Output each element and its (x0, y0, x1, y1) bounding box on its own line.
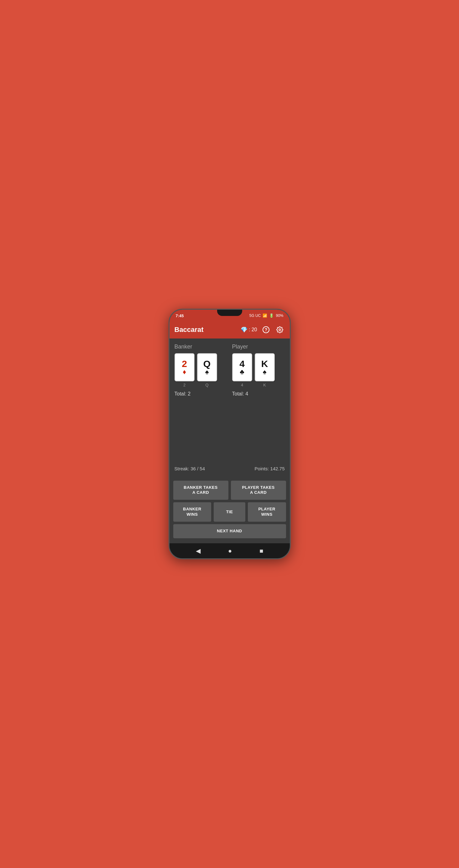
svg-text:?: ? (264, 327, 267, 332)
player-card-1-value: 4 (239, 359, 245, 369)
player-takes-card-button[interactable]: PLAYER TAKESA CARD (231, 480, 286, 500)
player-card-1-container: 4 ♣ 4 (232, 353, 252, 388)
banker-card-1-value: 2 (182, 359, 187, 369)
gem-score-value: 20 (252, 327, 257, 333)
game-area: Banker 2 ♦ 2 Q (174, 343, 285, 463)
gem-icon: 💎 (240, 326, 248, 333)
recent-nav-button[interactable]: ■ (259, 547, 263, 555)
player-total: Total: 4 (232, 391, 285, 397)
gem-score-display: 💎 : 20 (240, 326, 257, 333)
outcome-row: BANKERWINS TIE PLAYERWINS (173, 502, 286, 522)
player-hand-section: Player 4 ♣ 4 K (232, 343, 285, 463)
bottom-controls: BANKER TAKESA CARD PLAYER TAKESA CARD BA… (170, 479, 290, 543)
banker-hand-section: Banker 2 ♦ 2 Q (174, 343, 227, 463)
nav-bar: ◀ ● ■ (170, 543, 290, 558)
banker-card-2-suit: ♠ (205, 369, 209, 375)
streak-stat: Streak: 36 / 54 (174, 466, 205, 471)
takes-card-row: BANKER TAKESA CARD PLAYER TAKESA CARD (173, 480, 286, 500)
player-label: Player (232, 343, 285, 350)
home-nav-button[interactable]: ● (228, 547, 232, 555)
svg-point-2 (279, 329, 281, 331)
player-card-2-container: K ♠ K (255, 353, 275, 388)
next-hand-button[interactable]: NEXT HAND (173, 524, 286, 538)
banker-card-2-container: Q ♠ Q (197, 353, 217, 388)
banker-cards-row: 2 ♦ 2 Q ♠ Q (174, 353, 227, 388)
tie-button[interactable]: TIE (214, 502, 245, 522)
banker-card-2: Q ♠ (197, 353, 217, 381)
banker-card-1: 2 ♦ (174, 353, 195, 381)
player-wins-button[interactable]: PLAYERWINS (248, 502, 286, 522)
banker-card-1-suit: ♦ (183, 369, 186, 375)
network-label: 5G UC (249, 313, 261, 318)
banker-card-2-name: Q (205, 383, 208, 388)
banker-label: Banker (174, 343, 227, 350)
points-stat: Points: 142.75 (255, 466, 285, 471)
player-cards-row: 4 ♣ 4 K ♠ K (232, 353, 285, 388)
banker-takes-card-button[interactable]: BANKER TAKESA CARD (173, 480, 228, 500)
player-card-2-name: K (263, 383, 266, 388)
banker-card-1-name: 2 (183, 383, 185, 388)
player-card-1: 4 ♣ (232, 353, 252, 381)
banker-card-1-container: 2 ♦ 2 (174, 353, 195, 388)
battery-icon: 🔋 (269, 313, 274, 318)
player-card-1-name: 4 (241, 383, 243, 388)
back-nav-button[interactable]: ◀ (196, 547, 201, 555)
player-card-1-suit: ♣ (240, 369, 244, 375)
battery-percent: 90% (276, 313, 283, 318)
banker-wins-button[interactable]: BANKERWINS (173, 502, 211, 522)
player-card-2-value: K (261, 359, 268, 369)
banker-total: Total: 2 (174, 391, 227, 397)
top-bar-right: 💎 : 20 ? (240, 325, 285, 335)
help-button[interactable]: ? (261, 325, 271, 335)
score-separator: : (249, 327, 250, 333)
top-bar: Baccarat 💎 : 20 ? (170, 321, 290, 339)
signal-icon: 📶 (263, 313, 267, 318)
app-title: Baccarat (174, 326, 241, 334)
phone-frame: 7:45 5G UC 📶 🔋 90% Baccarat 💎 : 20 (169, 309, 291, 559)
player-card-2-suit: ♠ (263, 369, 267, 375)
banker-card-2-value: Q (203, 359, 210, 369)
settings-button[interactable] (275, 325, 285, 335)
main-content: Banker 2 ♦ 2 Q (170, 339, 290, 479)
status-right-icons: 5G UC 📶 🔋 90% (249, 313, 284, 318)
status-time: 7:45 (176, 313, 184, 318)
player-card-2: K ♠ (255, 353, 275, 381)
stats-row: Streak: 36 / 54 Points: 142.75 (174, 463, 285, 474)
camera-notch (217, 310, 242, 316)
next-hand-row: NEXT HAND (173, 524, 286, 538)
